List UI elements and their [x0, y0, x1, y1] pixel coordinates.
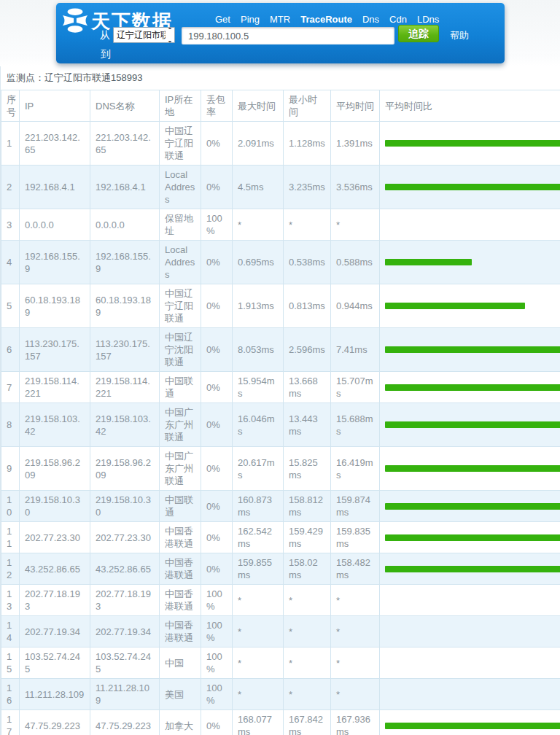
cell-avg-time-ratio [380, 447, 560, 491]
cell-dns: 202.77.18.193 [90, 585, 160, 616]
cell-avg-time: * [331, 616, 380, 648]
cell-ip: 219.158.10.30 [20, 491, 90, 522]
cell-location: 中国广东广州联通 [160, 447, 201, 491]
cell-avg-time: 159.835ms [331, 522, 380, 553]
cell-avg-time-ratio [380, 241, 560, 284]
table-row: 13202.77.18.193202.77.18.193中国香港联通100%**… [1, 585, 560, 616]
table-row: 1221.203.142.65221.203.142.65中国辽宁辽阳联通0%2… [1, 122, 560, 166]
col-header-ip: IP [20, 90, 90, 122]
cell-index: 14 [1, 616, 20, 648]
table-row: 11202.77.23.30202.77.23.30中国香港联通0%162.54… [1, 522, 560, 553]
cell-index: 5 [1, 284, 20, 328]
nav-item-mtr[interactable]: MTR [270, 14, 290, 25]
cell-avg-time-ratio [380, 648, 560, 679]
avg-time-bar [385, 259, 472, 265]
table-body: 1221.203.142.65221.203.142.65中国辽宁辽阳联通0%2… [1, 122, 560, 735]
avg-time-bar [385, 384, 560, 391]
nav: GetPingMTRTraceRouteDnsCdnLDns [215, 14, 439, 25]
cell-max-time: 2.091ms [233, 122, 284, 166]
cell-max-time: 16.046ms [233, 403, 284, 447]
cell-avg-time: 167.936ms [331, 710, 380, 735]
cell-avg-time-ratio [380, 679, 560, 710]
cell-dns: 192.168.155.9 [90, 241, 160, 284]
cell-max-time: * [233, 679, 284, 710]
trace-button[interactable]: 追踪 [398, 25, 439, 42]
cell-loss: 0% [201, 447, 233, 491]
col-header-max: 最大时间 [233, 90, 284, 122]
cell-avg-time-ratio [380, 616, 560, 648]
avg-time-bar [385, 184, 560, 190]
cell-index: 6 [1, 328, 20, 372]
cell-loss: 0% [201, 522, 233, 553]
nav-item-ldns[interactable]: LDns [417, 14, 439, 25]
cell-index: 11 [1, 522, 20, 553]
cell-location: 中国辽宁辽阳联通 [160, 284, 201, 328]
cell-dns: 47.75.29.223 [90, 710, 160, 735]
cell-min-time: 1.128ms [284, 122, 331, 166]
avg-time-bar [385, 723, 560, 729]
avg-time-bar [385, 346, 560, 353]
cell-ip: 219.158.96.209 [20, 447, 90, 491]
to-label: 到 [101, 48, 111, 61]
cell-avg-time: 159.874ms [331, 491, 380, 522]
target-host-input[interactable] [182, 27, 394, 44]
cell-max-time: 159.855ms [233, 553, 284, 585]
cell-ip: 221.203.142.65 [20, 122, 90, 166]
cell-dns: 202.77.23.30 [90, 522, 160, 553]
cell-avg-time: 3.536ms [331, 166, 380, 209]
cell-dns: 60.18.193.189 [90, 284, 160, 328]
cell-max-time: 8.053ms [233, 328, 284, 372]
nav-item-cdn[interactable]: Cdn [389, 14, 407, 25]
cell-dns: 0.0.0.0 [90, 209, 160, 241]
cell-location: 中国广东广州联通 [160, 403, 201, 447]
cell-ip: 202.77.19.34 [20, 616, 90, 648]
table-row: 4192.168.155.9192.168.155.9Local Address… [1, 241, 560, 284]
cell-location: 中国 [160, 648, 201, 679]
cell-max-time: 1.913ms [233, 284, 284, 328]
cell-max-time: * [233, 648, 284, 679]
monitor-point-select[interactable]: 辽宁辽阳市联 ▲▼ [113, 27, 175, 43]
cell-location: Local Address [160, 241, 201, 284]
cell-avg-time: 15.707ms [331, 372, 380, 403]
cell-min-time: * [284, 616, 331, 648]
cell-avg-time: 16.419ms [331, 447, 380, 491]
results-panel: 监测点：辽宁辽阳市联通158993 序号 IP DNS名称 IP所在地 丢包率 … [0, 66, 560, 735]
cell-loss: 100% [201, 585, 233, 616]
col-header-loss: 丢包率 [201, 90, 233, 122]
cell-dns: 202.77.19.34 [90, 616, 160, 648]
cell-ip: 219.158.103.42 [20, 403, 90, 447]
help-link[interactable]: 帮助 [450, 29, 469, 42]
table-row: 2192.168.4.1192.168.4.1Local Address0%4.… [1, 166, 560, 209]
cell-avg-time: 15.688ms [331, 403, 380, 447]
cell-avg-time: 158.482ms [331, 553, 380, 585]
cell-loss: 0% [201, 284, 233, 328]
col-header-index: 序号 [1, 90, 20, 122]
avg-time-bar [385, 566, 560, 572]
cell-location: Local Address [160, 166, 201, 209]
cell-loss: 100% [201, 616, 233, 648]
cell-max-time: 160.873ms [233, 491, 284, 522]
nav-item-traceroute[interactable]: TraceRoute [300, 14, 352, 25]
cell-location: 中国香港联通 [160, 522, 201, 553]
cell-max-time: * [233, 616, 284, 648]
cell-min-time: * [284, 648, 331, 679]
cell-index: 1 [1, 122, 20, 166]
cell-min-time: 159.429ms [284, 522, 331, 553]
cell-ip: 192.168.4.1 [20, 166, 90, 209]
nav-item-ping[interactable]: Ping [241, 14, 260, 25]
cell-avg-time-ratio [380, 491, 560, 522]
traceroute-table: 序号 IP DNS名称 IP所在地 丢包率 最大时间 最小时间 平均时间 平均时… [1, 90, 560, 735]
cell-max-time: 168.077ms [233, 710, 284, 735]
cell-location: 中国香港联通 [160, 553, 201, 585]
page-top: 天下数据 GetPingMTRTraceRouteDnsCdnLDns 从 辽宁… [0, 0, 560, 66]
nav-item-get[interactable]: Get [215, 14, 230, 25]
cell-dns: 103.52.74.245 [90, 648, 160, 679]
nav-item-dns[interactable]: Dns [362, 14, 379, 25]
select-dropdown-arrow-icon: ▲▼ [166, 27, 174, 43]
cell-ip: 60.18.193.189 [20, 284, 90, 328]
avg-time-bar [385, 421, 560, 428]
cell-index: 17 [1, 710, 20, 735]
cell-location: 中国香港联通 [160, 585, 201, 616]
cell-dns: 219.158.103.42 [90, 403, 160, 447]
cell-max-time: 4.5ms [233, 166, 284, 209]
